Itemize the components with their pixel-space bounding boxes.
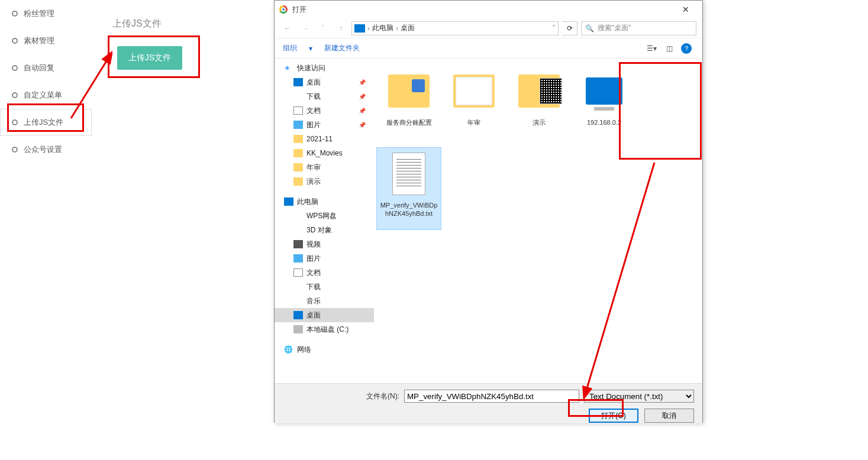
tree-thispc[interactable]: 此电脑	[275, 195, 374, 209]
filename-input[interactable]	[404, 390, 579, 403]
newfolder-button[interactable]: 新建文件夹	[324, 43, 360, 53]
file-name: 演示	[531, 118, 547, 127]
chrome-icon	[279, 5, 288, 14]
sidebar-item-uploadjs[interactable]: 上传JS文件	[0, 109, 92, 136]
tree-network[interactable]: 🌐网络	[275, 342, 374, 357]
folder-icon	[293, 226, 303, 234]
tree-item[interactable]: 文档📌	[275, 103, 374, 118]
folder-icon	[293, 177, 303, 186]
radio-icon	[12, 147, 18, 153]
folder-icon	[388, 74, 430, 108]
file-item[interactable]: 演示	[506, 64, 572, 147]
sidebar-label: 自动回复	[24, 63, 54, 73]
tree-item[interactable]: 2021-11	[275, 132, 374, 146]
tree-item[interactable]: 桌面📌	[275, 75, 374, 89]
file-name: 192.168.0.2	[585, 118, 623, 127]
folder-icon	[293, 149, 303, 157]
tree-item[interactable]: 音乐	[275, 294, 374, 308]
upload-js-button[interactable]: 上传JS文件	[117, 46, 182, 70]
sidebar-item-material[interactable]: 素材管理	[0, 27, 92, 54]
dialog-nav: ← → ˅ ↑ › 此电脑 › 桌面 ˅ ⟳ 🔍 搜索"桌面"	[275, 18, 702, 38]
sidebar-item-fans[interactable]: 粉丝管理	[0, 0, 92, 27]
tree-item[interactable]: 图片📌	[275, 118, 374, 132]
sidebar-label: 公众号设置	[24, 144, 62, 155]
radio-icon	[12, 65, 18, 71]
dialog-bottom: 文件名(N): Text Document (*.txt) 打开(O) 取消	[275, 383, 702, 423]
file-item[interactable]: 年审	[441, 64, 506, 147]
file-name: 服务商分账配置	[385, 118, 434, 127]
radio-icon	[12, 38, 18, 44]
path-box[interactable]: › 此电脑 › 桌面 ˅	[351, 21, 559, 35]
sidebar-label: 上传JS文件	[24, 117, 63, 128]
sidebar-item-settings[interactable]: 公众号设置	[0, 136, 92, 163]
tree-item[interactable]: 桌面	[275, 308, 374, 322]
dialog-title: 打开	[292, 5, 306, 15]
folder-icon	[518, 74, 560, 108]
radio-icon	[12, 92, 18, 98]
path-segment[interactable]: 此电脑	[372, 23, 393, 33]
tree-item[interactable]: 年审	[275, 160, 374, 174]
tree-item[interactable]: 下载📌	[275, 89, 374, 103]
folder-icon	[293, 121, 303, 129]
folder-icon	[293, 106, 303, 115]
sidebar-item-autoreply[interactable]: 自动回复	[0, 54, 92, 82]
file-name: 年审	[466, 118, 482, 127]
tree-quickaccess[interactable]: ★快速访问	[275, 61, 374, 75]
tree-item[interactable]: KK_Movies	[275, 146, 374, 160]
chevron-down-icon[interactable]: ▾	[309, 44, 312, 53]
tree-item[interactable]: 图片	[275, 251, 374, 265]
radio-icon	[12, 11, 18, 17]
pin-icon: 📌	[359, 93, 366, 100]
chevron-down-icon[interactable]: ˅	[552, 24, 556, 33]
folder-icon	[293, 78, 303, 86]
open-button[interactable]: 打开(O)	[589, 409, 638, 423]
cancel-button[interactable]: 取消	[644, 409, 694, 423]
close-button[interactable]: ✕	[674, 5, 698, 14]
help-icon[interactable]: ?	[681, 43, 692, 54]
pin-icon: 📌	[359, 79, 366, 86]
folder-icon	[293, 254, 303, 263]
back-button[interactable]: ←	[280, 21, 295, 35]
preview-pane-button[interactable]: ◫	[663, 43, 675, 54]
up-button[interactable]: ↑	[334, 21, 348, 35]
file-name: MP_verify_VWiBDphNZK45yhBd.txt	[377, 201, 441, 218]
file-item[interactable]: 192.168.0.2	[572, 64, 637, 147]
file-open-dialog: 打开 ✕ ← → ˅ ↑ › 此电脑 › 桌面 ˅ ⟳ 🔍 搜索"桌面" 组织▾…	[274, 0, 703, 423]
tree-item[interactable]: 演示	[275, 174, 374, 189]
file-item[interactable]: 服务商分账配置	[376, 64, 441, 147]
pin-icon: 📌	[359, 122, 366, 128]
organize-menu[interactable]: 组织	[283, 43, 297, 53]
star-icon: ★	[284, 64, 293, 72]
folder-icon	[293, 283, 303, 291]
sidebar: 粉丝管理 素材管理 自动回复 自定义菜单 上传JS文件 公众号设置	[0, 0, 92, 163]
search-icon: 🔍	[585, 24, 594, 33]
folder-icon	[293, 325, 303, 333]
filetype-select[interactable]: Text Document (*.txt)	[584, 390, 694, 403]
folder-icon	[293, 297, 303, 305]
sidebar-item-custommenu[interactable]: 自定义菜单	[0, 82, 92, 109]
radio-icon	[12, 119, 18, 125]
folder-tree[interactable]: ★快速访问 桌面📌下载📌文档📌图片📌2021-11KK_Movies年审演示 此…	[275, 59, 374, 383]
tree-item[interactable]: 视频	[275, 237, 374, 251]
path-segment[interactable]: 桌面	[401, 23, 415, 33]
recent-button[interactable]: ˅	[316, 21, 330, 35]
file-item[interactable]: MP_verify_VWiBDphNZK45yhBd.txt	[376, 147, 441, 230]
view-menu[interactable]: ☰▾	[646, 43, 657, 54]
refresh-button[interactable]: ⟳	[562, 21, 577, 35]
tree-item[interactable]: 文档	[275, 265, 374, 280]
forward-button[interactable]: →	[298, 21, 312, 35]
folder-icon	[293, 268, 303, 277]
search-input[interactable]: 🔍 搜索"桌面"	[581, 21, 696, 35]
tree-item[interactable]: WPS网盘	[275, 209, 374, 223]
textfile-icon	[392, 153, 425, 195]
folder-icon	[293, 92, 303, 101]
pin-icon: 📌	[359, 108, 366, 114]
folder-icon	[293, 240, 303, 248]
network-icon: 🌐	[284, 345, 293, 354]
tree-item[interactable]: 3D 对象	[275, 223, 374, 237]
tree-item[interactable]: 本地磁盘 (C:)	[275, 322, 374, 336]
dialog-titlebar: 打开 ✕	[275, 1, 702, 18]
monitor-icon	[586, 77, 622, 105]
file-grid[interactable]: 服务商分账配置年审演示192.168.0.2MP_verify_VWiBDphN…	[374, 59, 702, 383]
tree-item[interactable]: 下载	[275, 280, 374, 294]
